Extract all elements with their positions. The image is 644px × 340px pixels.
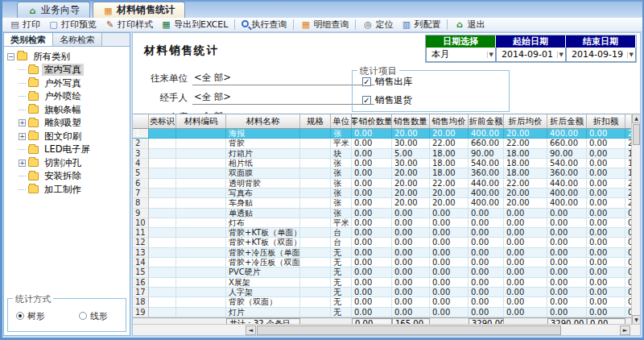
grid-header-row: 类标识材料编码材料名称规格单位零销价数量销售数量销售均价折前金额折后均价折后金额… bbox=[133, 114, 640, 129]
grid-column-header[interactable]: 材料名称 bbox=[226, 114, 300, 128]
stat-item-checkbox-1[interactable]: ✓销售退货 bbox=[353, 92, 509, 108]
table-row[interactable]: 19灯片无0.000.000.000.000.000.000.000.0 bbox=[133, 308, 640, 317]
window-tab-0[interactable]: ⌂业务向导 bbox=[17, 2, 90, 18]
stat-mode-radio-1[interactable]: 线形 bbox=[79, 310, 108, 322]
tree-item[interactable]: +雕刻吸塑 bbox=[7, 117, 130, 131]
grid-column-header[interactable]: 折前金额 bbox=[469, 114, 504, 128]
tree-item[interactable]: 室内写真 bbox=[7, 64, 130, 77]
collapse-icon[interactable]: − bbox=[7, 53, 14, 60]
folder-icon bbox=[28, 93, 39, 101]
cell: 0.00 bbox=[392, 218, 430, 228]
grid-column-header[interactable]: 材料编码 bbox=[176, 114, 226, 128]
tree-item[interactable]: +切割冲孔 bbox=[7, 156, 130, 170]
cell: 540.00 bbox=[547, 159, 587, 168]
table-row[interactable]: 15PVC硬片无0.000.000.000.000.000.000.000.0 bbox=[133, 267, 640, 277]
tree-item[interactable]: 安装拆除 bbox=[7, 170, 130, 184]
toolbar-button-5[interactable]: ▦明细查询 bbox=[296, 18, 353, 31]
table-row[interactable]: 11背胶+KT板（单面）台0.000.000.000.000.000.000.0… bbox=[133, 228, 640, 238]
cell: 0.00 bbox=[392, 288, 430, 297]
cell: 660.00 bbox=[469, 139, 504, 148]
toolbar-button-2[interactable]: ✎打印样式 bbox=[101, 18, 157, 31]
horizontal-scrollbar[interactable]: ◄ ► bbox=[133, 324, 640, 335]
cell: 张 bbox=[331, 168, 352, 178]
table-row[interactable]: 8车身贴张0.0020.0020.00400.0020.00400.000.00… bbox=[133, 198, 640, 208]
cell: 20.00 bbox=[504, 129, 547, 139]
scroll-left-icon[interactable]: ◄ bbox=[246, 325, 256, 335]
scroll-up-icon[interactable]: ▲ bbox=[632, 114, 641, 123]
horizontal-scroll-thumb[interactable] bbox=[257, 325, 561, 335]
table-row[interactable]: 12背胶+KT板（双面）台0.000.000.000.000.000.000.0… bbox=[133, 238, 640, 247]
vertical-scroll-thumb[interactable] bbox=[633, 124, 640, 145]
cell bbox=[149, 189, 176, 198]
date-dropdown[interactable]: 2014-09-19▼ bbox=[566, 48, 636, 62]
row-number: 15 bbox=[133, 267, 149, 277]
toolbar-button-7[interactable]: ▥列配置 bbox=[397, 18, 444, 31]
table-row[interactable]: 4相片纸张0.0030.0018.00540.0018.00540.000.00… bbox=[133, 159, 640, 168]
tree-item[interactable]: 户外写真 bbox=[7, 77, 130, 90]
date-dropdown[interactable]: 2014-09-01▼ bbox=[496, 48, 566, 62]
row-number: 14 bbox=[133, 258, 149, 267]
window-tab-1[interactable]: ▦材料销售统计 bbox=[93, 2, 185, 18]
table-row[interactable]: 2背胶平米0.0030.0022.00660.0022.00660.000.00… bbox=[133, 139, 640, 148]
tree-root-label: 所有类别 bbox=[31, 51, 72, 63]
table-row[interactable]: 13背胶+冷压板（单面）无0.000.000.000.000.000.000.0… bbox=[133, 248, 640, 258]
tree-item[interactable]: 加工制作 bbox=[7, 183, 130, 197]
grid-body: 1海报张0.0020.0020.00400.0020.00400.000.002… bbox=[133, 129, 640, 317]
expand-icon[interactable]: + bbox=[19, 133, 26, 140]
toolbar-button-6[interactable]: ◎定位 bbox=[358, 18, 397, 31]
stat-mode-radio-0[interactable]: 树形 bbox=[16, 310, 45, 322]
toolbar-button-1[interactable]: ▢打印预览 bbox=[44, 18, 101, 31]
table-row[interactable]: 14背胶+冷压板（双面）无0.000.000.000.000.000.000.0… bbox=[133, 258, 640, 267]
expand-icon[interactable]: + bbox=[19, 119, 26, 126]
toolbar-button-3[interactable]: ▦导出到EXCEL bbox=[157, 18, 232, 31]
cell bbox=[300, 238, 331, 247]
vertical-scrollbar[interactable]: ▲ ▼ bbox=[631, 114, 640, 336]
grid-column-header[interactable]: 单位 bbox=[331, 114, 352, 128]
grid-column-header[interactable]: 折后均价 bbox=[504, 114, 547, 128]
grid-column-header[interactable]: 销售均价 bbox=[430, 114, 469, 128]
tree-item[interactable]: LED电子屏 bbox=[7, 143, 130, 157]
expand-icon[interactable]: + bbox=[19, 160, 26, 167]
date-dropdown[interactable]: 本月▼ bbox=[426, 48, 496, 62]
tree-root[interactable]: −所有类别 bbox=[7, 50, 130, 64]
radio-icon bbox=[16, 312, 24, 320]
sidebar-tab-0[interactable]: 类别检索 bbox=[4, 33, 53, 46]
toolbar-button-0[interactable]: ▤打印 bbox=[6, 18, 44, 31]
grid-column-header[interactable]: 折扣额 bbox=[587, 114, 625, 128]
table-row[interactable]: 1海报张0.0020.0020.00400.0020.00400.000.002… bbox=[133, 129, 640, 139]
table-row[interactable]: 6透明背胶张0.0020.0022.00440.0022.00440.000.0… bbox=[133, 179, 640, 189]
tree-item[interactable]: 旗帜条幅 bbox=[7, 103, 130, 117]
table-row[interactable]: 7写真布张0.0020.0020.00400.0020.00400.000.00… bbox=[133, 189, 640, 198]
tree-item[interactable]: +图文印刷 bbox=[7, 130, 130, 143]
toolbar-button-8[interactable]: ⌂退出 bbox=[450, 18, 489, 31]
cell: 台 bbox=[331, 228, 352, 238]
table-row[interactable]: 5双面膜张0.0020.0018.00360.0018.00360.000.00… bbox=[133, 168, 640, 178]
filter-value-field[interactable]: <全 部> bbox=[192, 72, 374, 85]
toolbar-button-label: 导出到EXCEL bbox=[174, 19, 228, 31]
table-row[interactable]: 9单透贴张0.000.000.000.000.000.000.000.0 bbox=[133, 209, 640, 218]
grid-column-header[interactable]: 销售数量 bbox=[392, 114, 430, 128]
cell: 400.00 bbox=[469, 129, 504, 139]
cell: 0.00 bbox=[352, 228, 392, 238]
folder-icon bbox=[28, 159, 39, 167]
table-row[interactable]: 10灯布平米0.000.000.000.000.000.000.000.0 bbox=[133, 218, 640, 228]
cell bbox=[300, 129, 331, 139]
table-row[interactable]: 3灯箱片块0.005.0018.0090.0018.0090.000.0018. bbox=[133, 149, 640, 159]
grid-column-header[interactable]: 折后金额 bbox=[547, 114, 587, 128]
grid-column-header[interactable]: 零销价数量 bbox=[352, 114, 392, 128]
table-row[interactable]: 16X展架无0.000.000.000.000.000.000.000.0 bbox=[133, 278, 640, 288]
stat-mode-groupbox: 统计方式 树形线形 bbox=[7, 298, 126, 332]
table-row[interactable]: 17人字架无0.000.000.000.000.000.000.000.0 bbox=[133, 288, 640, 297]
table-row[interactable]: 18背胶（双面）无0.000.000.000.000.000.000.000.0 bbox=[133, 297, 640, 307]
sidebar-tab-1[interactable]: 名称检索 bbox=[53, 33, 102, 46]
tree-item[interactable]: 户外喷绘 bbox=[7, 90, 130, 104]
toolbar-button-4[interactable]: 执行查询 bbox=[237, 18, 291, 31]
cell bbox=[149, 238, 176, 247]
cell bbox=[149, 139, 176, 148]
scroll-right-icon[interactable]: ► bbox=[620, 325, 630, 335]
grid-column-header[interactable]: 类标识 bbox=[149, 114, 176, 128]
cell: 车身贴 bbox=[226, 198, 300, 208]
cell: 0.00 bbox=[587, 258, 625, 267]
grid-column-header[interactable]: 规格 bbox=[300, 114, 331, 128]
filter-value-field[interactable]: <全 部> bbox=[192, 91, 374, 105]
